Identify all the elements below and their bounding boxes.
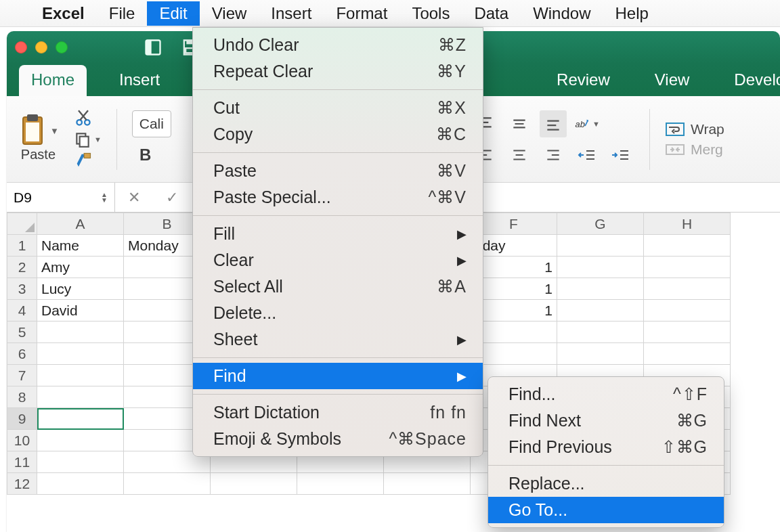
row-header[interactable]: 8	[7, 386, 37, 408]
cancel-formula-icon[interactable]: ✕	[115, 189, 153, 206]
menu-help[interactable]: Help	[603, 1, 660, 26]
cell[interactable]	[644, 322, 731, 343]
cell[interactable]	[557, 343, 644, 365]
cell[interactable]: David	[37, 300, 124, 322]
menu-edit[interactable]: Edit	[147, 1, 199, 26]
row-header[interactable]: 6	[7, 343, 37, 365]
tab-view[interactable]: View	[643, 65, 702, 96]
select-all-corner[interactable]	[7, 213, 37, 235]
menu-paste[interactable]: Paste⌘V	[193, 158, 483, 184]
cell[interactable]	[557, 235, 644, 257]
format-painter-icon[interactable]	[74, 151, 102, 170]
merge-button[interactable]: Merg	[665, 141, 723, 158]
row-header[interactable]: 7	[7, 365, 37, 386]
cell[interactable]	[37, 322, 124, 343]
paste-icon[interactable]	[18, 116, 47, 146]
name-box-stepper[interactable]: ▲▼	[101, 192, 108, 203]
menu-data[interactable]: Data	[462, 1, 521, 26]
tab-developer[interactable]: Developer	[722, 65, 780, 96]
cell-active[interactable]	[37, 408, 124, 430]
row-header[interactable]: 9	[7, 408, 37, 430]
align-bottom-icon[interactable]	[540, 110, 567, 137]
cut-icon[interactable]	[74, 109, 102, 128]
cell[interactable]	[124, 473, 211, 495]
menu-clear[interactable]: Clear▶	[193, 247, 483, 273]
menu-paste-special[interactable]: Paste Special...^⌘V	[193, 184, 483, 210]
cell[interactable]: Lucy	[37, 278, 124, 300]
cell[interactable]	[384, 473, 471, 495]
paste-dropdown-icon[interactable]: ▼	[50, 126, 59, 136]
cell[interactable]: Amy	[37, 257, 124, 278]
cell[interactable]	[211, 473, 297, 495]
submenu-find-prev[interactable]: Find Previous⇧⌘G	[488, 434, 724, 460]
cell[interactable]	[37, 430, 124, 451]
cell[interactable]	[557, 300, 644, 322]
menu-format[interactable]: Format	[324, 1, 399, 26]
name-box[interactable]: D9 ▲▼	[7, 183, 115, 212]
row-header[interactable]: 12	[7, 473, 37, 495]
menu-fill[interactable]: Fill▶	[193, 221, 483, 247]
align-right-icon[interactable]	[540, 141, 567, 169]
col-header[interactable]: G	[557, 213, 644, 235]
cell[interactable]	[557, 278, 644, 300]
row-header[interactable]: 10	[7, 430, 37, 451]
tab-insert[interactable]: Insert	[107, 65, 172, 96]
row-header[interactable]: 4	[7, 300, 37, 322]
cell[interactable]	[37, 343, 124, 365]
orientation-icon[interactable]: ab▼	[573, 110, 601, 137]
menu-file[interactable]: File	[97, 1, 148, 26]
menu-window[interactable]: Window	[521, 1, 603, 26]
menu-insert[interactable]: Insert	[259, 1, 324, 26]
row-header[interactable]: 1	[7, 235, 37, 257]
cell[interactable]	[37, 365, 124, 386]
enter-formula-icon[interactable]: ✓	[153, 189, 191, 206]
increase-indent-icon[interactable]	[607, 141, 634, 169]
cell[interactable]	[37, 386, 124, 408]
menu-view[interactable]: View	[200, 1, 259, 26]
menu-emoji[interactable]: Emoji & Symbols^⌘Space	[193, 426, 483, 452]
cell[interactable]	[644, 235, 731, 257]
submenu-replace[interactable]: Replace...	[488, 470, 724, 497]
menu-cut[interactable]: Cut⌘X	[193, 95, 483, 121]
menu-repeat[interactable]: Repeat Clear⌘Y	[193, 58, 483, 85]
menu-select-all[interactable]: Select All⌘A	[193, 273, 483, 300]
cell[interactable]	[37, 451, 124, 473]
decrease-indent-icon[interactable]	[573, 141, 601, 169]
menu-dictation[interactable]: Start Dictationfn fn	[193, 399, 483, 426]
zoom-window-button[interactable]	[56, 41, 68, 53]
align-center-icon[interactable]	[506, 141, 533, 169]
align-middle-icon[interactable]	[506, 110, 533, 137]
row-header[interactable]: 3	[7, 278, 37, 300]
menu-find[interactable]: Find▶	[193, 363, 483, 389]
submenu-find-next[interactable]: Find Next⌘G	[488, 407, 724, 434]
cell[interactable]	[37, 473, 124, 495]
menu-copy[interactable]: Copy⌘C	[193, 121, 483, 148]
menu-app[interactable]: Excel	[30, 1, 97, 26]
menu-sheet[interactable]: Sheet▶	[193, 326, 483, 353]
cell[interactable]	[644, 300, 731, 322]
close-window-button[interactable]	[15, 41, 27, 53]
cell[interactable]	[644, 257, 731, 278]
col-header[interactable]: H	[644, 213, 731, 235]
wrap-text-button[interactable]: Wrap	[665, 121, 724, 137]
bold-button[interactable]: B	[132, 141, 159, 169]
minimize-window-button[interactable]	[35, 41, 47, 53]
menu-undo[interactable]: Undo Clear⌘Z	[193, 32, 483, 58]
copy-icon[interactable]: ▼	[74, 131, 102, 148]
font-name-select[interactable]: Cali	[132, 110, 171, 137]
cell[interactable]: Name	[37, 235, 124, 257]
row-header[interactable]: 2	[7, 257, 37, 278]
menu-tools[interactable]: Tools	[399, 1, 462, 26]
tab-home[interactable]: Home	[19, 65, 87, 96]
cell[interactable]	[557, 257, 644, 278]
submenu-find[interactable]: Find...^⇧F	[488, 381, 724, 407]
menu-delete[interactable]: Delete...	[193, 300, 483, 326]
workbook-icon[interactable]	[144, 38, 162, 57]
cell[interactable]	[297, 473, 384, 495]
cell[interactable]	[644, 343, 731, 365]
col-header[interactable]: A	[37, 213, 124, 235]
tab-review[interactable]: Review	[544, 65, 622, 96]
row-header[interactable]: 11	[7, 451, 37, 473]
cell[interactable]	[557, 322, 644, 343]
cell[interactable]	[644, 278, 731, 300]
